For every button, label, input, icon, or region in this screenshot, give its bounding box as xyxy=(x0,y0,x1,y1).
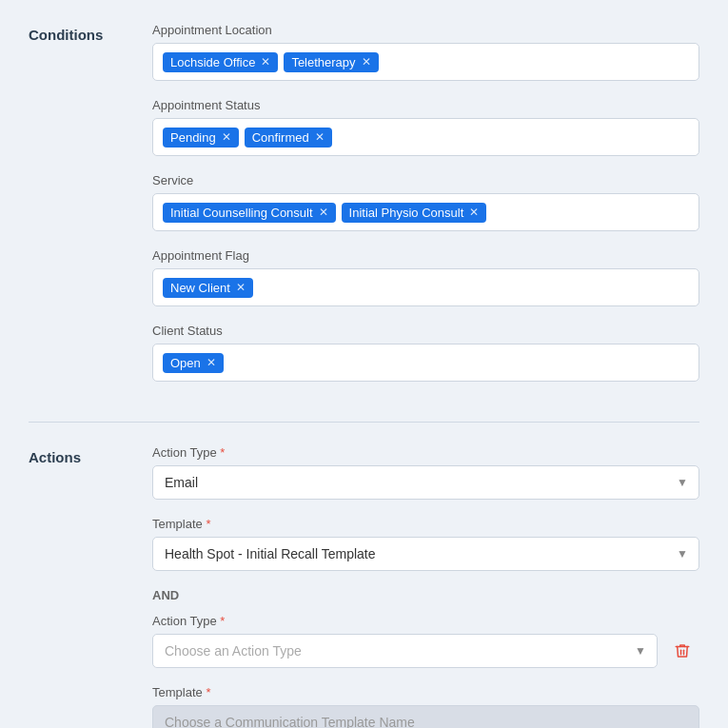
tag-pending-text: Pending xyxy=(170,130,216,145)
tag-pending-remove[interactable]: ✕ xyxy=(222,131,231,143)
conditions-content: Appointment Location Lochside Office ✕ T… xyxy=(152,23,699,399)
tag-physio[interactable]: Initial Physio Consult ✕ xyxy=(342,203,487,223)
action2-type-row: Choose an Action Type Email SMS ▼ xyxy=(152,634,699,668)
conditions-label: Conditions xyxy=(29,23,152,399)
tag-new-client[interactable]: New Client ✕ xyxy=(163,278,253,298)
actions-section: Actions Action Type * Email ▼ Template xyxy=(0,423,728,728)
action2-type-field: Action Type * Choose an Action Type Emai… xyxy=(152,614,699,668)
tag-counselling-remove[interactable]: ✕ xyxy=(319,207,328,218)
client-status-tags[interactable]: Open ✕ xyxy=(152,344,699,382)
tag-teletherapy[interactable]: Teletherapy ✕ xyxy=(284,52,378,72)
action1-template-field: Template * Health Spot - Initial Recall … xyxy=(152,517,699,571)
action2-type-wrapper: Choose an Action Type Email SMS ▼ xyxy=(152,634,658,668)
trash-icon xyxy=(674,642,691,659)
action2-template-label: Template * xyxy=(152,685,699,699)
appointment-status-label: Appointment Status xyxy=(152,98,699,112)
actions-label: Actions xyxy=(29,445,152,728)
service-tags[interactable]: Initial Counselling Consult ✕ Initial Ph… xyxy=(152,193,699,231)
tag-confirmed-remove[interactable]: ✕ xyxy=(315,131,325,143)
tag-pending[interactable]: Pending ✕ xyxy=(163,128,239,148)
action1-template-select[interactable]: Health Spot - Initial Recall Template xyxy=(152,537,699,571)
tag-confirmed-text: Confirmed xyxy=(252,130,309,145)
action2-type-select[interactable]: Choose an Action Type Email SMS xyxy=(152,634,658,668)
tag-teletherapy-text: Teletherapy xyxy=(291,55,355,69)
tag-counselling-text: Initial Counselling Consult xyxy=(170,206,313,220)
appointment-location-field: Appointment Location Lochside Office ✕ T… xyxy=(152,23,699,81)
appointment-flag-field: Appointment Flag New Client ✕ xyxy=(152,248,699,306)
tag-new-client-text: New Client xyxy=(170,281,230,295)
action2-template-field: Template * Choose a Communication Templa… xyxy=(152,685,699,728)
appointment-location-tags[interactable]: Lochside Office ✕ Teletherapy ✕ xyxy=(152,43,699,81)
tag-open[interactable]: Open ✕ xyxy=(163,353,224,373)
appointment-status-field: Appointment Status Pending ✕ Confirmed ✕ xyxy=(152,98,699,156)
action1-template-wrapper: Health Spot - Initial Recall Template ▼ xyxy=(152,537,699,571)
tag-open-text: Open xyxy=(170,356,201,370)
appointment-flag-tags[interactable]: New Client ✕ xyxy=(152,268,699,306)
tag-new-client-remove[interactable]: ✕ xyxy=(236,282,246,293)
action1-type-field: Action Type * Email ▼ xyxy=(152,445,699,500)
tag-counselling[interactable]: Initial Counselling Consult ✕ xyxy=(163,203,336,223)
conditions-section: Conditions Appointment Location Lochside… xyxy=(0,0,728,422)
and-separator: AND xyxy=(152,588,699,602)
action1-type-select[interactable]: Email xyxy=(152,465,699,500)
client-status-field: Client Status Open ✕ xyxy=(152,324,699,382)
tag-open-remove[interactable]: ✕ xyxy=(207,357,216,368)
tag-physio-text: Initial Physio Consult xyxy=(349,206,464,220)
client-status-label: Client Status xyxy=(152,324,699,338)
action1-type-wrapper: Email ▼ xyxy=(152,465,699,500)
action2-template-disabled: Choose a Communication Template Name xyxy=(152,705,699,728)
tag-lochside-text: Lochside Office xyxy=(170,55,255,69)
actions-content: Action Type * Email ▼ Template * xyxy=(152,445,699,728)
tag-teletherapy-remove[interactable]: ✕ xyxy=(362,56,371,68)
action1-template-label: Template * xyxy=(152,517,699,531)
action2-delete-button[interactable] xyxy=(665,634,699,668)
tag-confirmed[interactable]: Confirmed ✕ xyxy=(245,128,332,148)
service-label: Service xyxy=(152,173,699,187)
tag-lochside-remove[interactable]: ✕ xyxy=(261,56,270,68)
tag-lochside-office[interactable]: Lochside Office ✕ xyxy=(163,52,278,72)
action1-type-label: Action Type * xyxy=(152,445,699,460)
appointment-status-tags[interactable]: Pending ✕ Confirmed ✕ xyxy=(152,118,699,156)
tag-physio-remove[interactable]: ✕ xyxy=(469,207,479,218)
service-field: Service Initial Counselling Consult ✕ In… xyxy=(152,173,699,231)
appointment-flag-label: Appointment Flag xyxy=(152,248,699,263)
appointment-location-label: Appointment Location xyxy=(152,23,699,37)
action2-type-label: Action Type * xyxy=(152,614,699,628)
